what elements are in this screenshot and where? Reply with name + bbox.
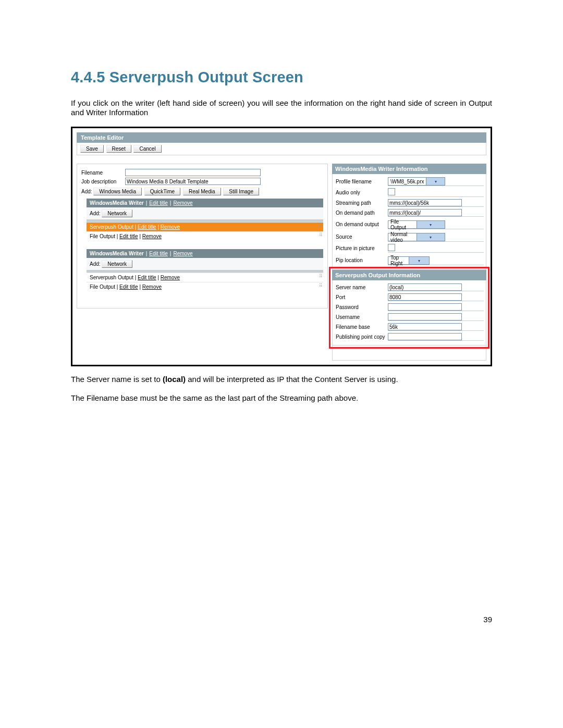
- chevron-down-icon: ▾: [417, 233, 445, 241]
- profile-filename-select[interactable]: \WM8_56k.prx▾: [388, 177, 445, 186]
- drag-handle-icon[interactable]: ⠿: [319, 283, 322, 288]
- serverpush-info-header: Serverpush Output Information: [332, 270, 486, 280]
- port-field[interactable]: [388, 293, 462, 301]
- item-label: Serverpush Output: [90, 275, 133, 280]
- toolbar: Save Reset Cancel: [77, 143, 486, 155]
- writer-header-1[interactable]: WindowsMedia Writer | Edit title | Remov…: [87, 199, 323, 207]
- page-number: 39: [483, 615, 492, 624]
- add-network-button[interactable]: Network: [102, 260, 132, 268]
- filename-label: Filename: [81, 170, 125, 176]
- edit-title-link[interactable]: Edit title: [119, 233, 138, 239]
- remove-link[interactable]: Remove: [161, 224, 180, 230]
- drag-handle-icon[interactable]: ⠿: [319, 232, 322, 238]
- pip-checkbox[interactable]: [388, 244, 395, 251]
- window-title: Template Editor: [77, 132, 486, 143]
- file-output-item[interactable]: File Output | Edit title | Remove ⠿: [87, 282, 323, 291]
- save-button[interactable]: Save: [80, 145, 104, 153]
- remove-link[interactable]: Remove: [173, 200, 192, 206]
- edit-title-link[interactable]: Edit title: [149, 200, 168, 206]
- password-label: Password: [335, 304, 388, 310]
- remove-link[interactable]: Remove: [161, 275, 180, 280]
- writer-header-title: WindowsMedia Writer: [90, 251, 144, 256]
- audio-only-label: Audio only: [335, 190, 388, 195]
- reset-button[interactable]: Reset: [106, 145, 131, 153]
- pubpoint-label: Publishing point copy: [335, 334, 388, 340]
- jobdesc-label: Job description: [81, 179, 125, 184]
- edit-title-link[interactable]: Edit title: [138, 275, 156, 280]
- serverpush-output-item[interactable]: Serverpush Output | Edit title | Remove …: [87, 273, 323, 282]
- pip-location-select[interactable]: Top Right▾: [388, 256, 430, 265]
- add-label: Add:: [81, 189, 92, 194]
- server-name-label: Server name: [335, 285, 388, 290]
- on-demand-output-label: On demand output: [335, 221, 388, 227]
- item-label: File Output: [90, 284, 115, 290]
- writer-header-2[interactable]: WindowsMedia Writer | Edit title | Remov…: [87, 249, 323, 258]
- remove-link[interactable]: Remove: [142, 284, 162, 290]
- drag-handle-icon[interactable]: ⠿: [319, 274, 322, 279]
- add-network-button[interactable]: Network: [102, 209, 132, 217]
- tree-add-label: Add:: [90, 261, 101, 267]
- screenshot-figure: Template Editor Save Reset Cancel Filena…: [71, 127, 492, 366]
- tree-add-row: Add: Network: [87, 258, 323, 270]
- filename-field[interactable]: [125, 169, 261, 176]
- pubpoint-field[interactable]: [388, 333, 462, 340]
- cancel-button[interactable]: Cancel: [133, 145, 161, 153]
- chevron-down-icon: ▾: [417, 221, 445, 228]
- add-realmedia-button[interactable]: Real Media: [183, 188, 221, 195]
- writer-info-header: WindowsMedia Writer Information: [332, 164, 486, 174]
- profile-filename-label: Profile filename: [335, 179, 388, 184]
- port-label: Port: [335, 294, 388, 300]
- edit-title-link[interactable]: Edit title: [119, 284, 138, 290]
- username-field[interactable]: [388, 313, 462, 320]
- pip-location-label: Pip location: [335, 257, 388, 263]
- password-field[interactable]: [388, 303, 462, 311]
- chevron-down-icon: ▾: [409, 257, 430, 264]
- item-label: Serverpush Output: [90, 224, 133, 230]
- server-name-field[interactable]: [388, 283, 462, 291]
- right-panel: WindowsMedia Writer Information Profile …: [332, 164, 486, 361]
- on-demand-path-label: On demand path: [335, 210, 388, 216]
- writer-header-title: WindowsMedia Writer: [90, 200, 144, 206]
- post-paragraph-2: The Filename base must be the same as th…: [71, 393, 492, 403]
- remove-link[interactable]: Remove: [173, 251, 192, 256]
- streaming-path-field[interactable]: [388, 199, 462, 206]
- source-select[interactable]: Normal video▾: [388, 233, 445, 241]
- serverpush-output-item-selected[interactable]: Serverpush Output | Edit title | Remove …: [87, 222, 323, 231]
- source-label: Source: [335, 234, 388, 240]
- chevron-down-icon: ▾: [426, 178, 445, 185]
- add-quicktime-button[interactable]: QuickTime: [144, 188, 180, 195]
- edit-title-link[interactable]: Edit title: [149, 251, 168, 256]
- on-demand-path-field[interactable]: [388, 209, 462, 216]
- filename-base-label: Filename base: [335, 324, 388, 330]
- on-demand-output-select[interactable]: File Output▾: [388, 220, 445, 229]
- intro-paragraph: If you click on the writer (left hand si…: [71, 98, 492, 117]
- add-stillimage-button[interactable]: Still Image: [223, 188, 259, 195]
- pip-label: Picture in picture: [335, 245, 388, 251]
- left-panel: Filename Job description Add: Windows Me…: [77, 164, 328, 309]
- item-label: File Output: [90, 233, 115, 239]
- tree-add-row: Add: Network: [87, 207, 323, 219]
- drag-handle-icon[interactable]: ⠿: [319, 223, 322, 228]
- tree-add-label: Add:: [90, 211, 101, 216]
- section-heading: 4.4.5 Serverpush Output Screen: [71, 69, 492, 86]
- add-windowsmedia-button[interactable]: Windows Media: [93, 188, 142, 195]
- remove-link[interactable]: Remove: [142, 233, 162, 239]
- edit-title-link[interactable]: Edit title: [138, 224, 156, 230]
- username-label: Username: [335, 314, 388, 320]
- streaming-path-label: Streaming path: [335, 200, 388, 206]
- jobdesc-field[interactable]: [125, 178, 261, 185]
- writer-block-1: WindowsMedia Writer | Edit title | Remov…: [87, 199, 323, 241]
- audio-only-checkbox[interactable]: [388, 188, 395, 195]
- post-paragraph-1: The Server name is set to (local) and wi…: [71, 375, 492, 384]
- file-output-item[interactable]: File Output | Edit title | Remove ⠿: [87, 231, 323, 241]
- filename-base-field[interactable]: [388, 323, 462, 330]
- writer-block-2: WindowsMedia Writer | Edit title | Remov…: [87, 249, 323, 291]
